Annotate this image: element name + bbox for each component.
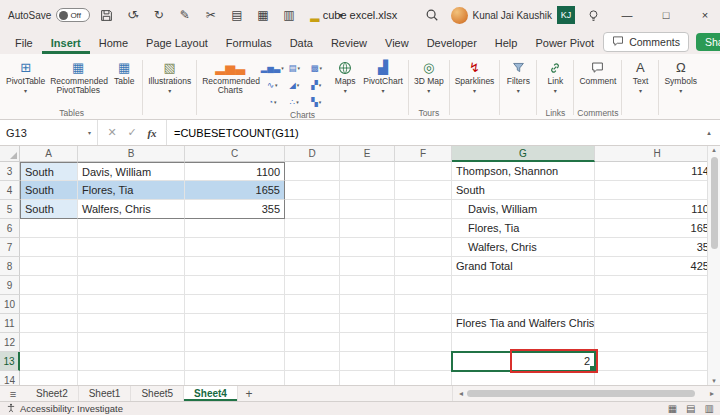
cell-F10[interactable]: [395, 295, 452, 314]
select-all-corner[interactable]: [0, 146, 20, 162]
cell-G13[interactable]: 2: [452, 352, 595, 371]
row-header-14[interactable]: 14: [0, 371, 20, 385]
pivotchart-button[interactable]: ▟PivotChart▾: [361, 56, 405, 94]
cell-B14[interactable]: [78, 371, 185, 385]
row-header-10[interactable]: 10: [0, 295, 20, 314]
cell-D9[interactable]: [285, 276, 340, 295]
cell-A8[interactable]: [20, 257, 78, 276]
ribbon-tab-developer[interactable]: Developer: [418, 33, 486, 54]
cell-D11[interactable]: [285, 314, 340, 333]
cell-C14[interactable]: [185, 371, 285, 385]
ribbon-tab-insert[interactable]: Insert: [42, 33, 90, 54]
scroll-left-icon[interactable]: ◂: [455, 389, 467, 398]
cell-C6[interactable]: [185, 219, 285, 238]
cell-B6[interactable]: [78, 219, 185, 238]
customize-qat-icon[interactable]: ▾: [331, 4, 350, 26]
combo-chart-button[interactable]: ▚▾: [305, 93, 327, 110]
column-header-H[interactable]: H: [595, 146, 720, 162]
histogram-chart-button[interactable]: ▞▾: [305, 76, 327, 93]
share-button[interactable]: Share ▾: [696, 33, 720, 51]
formula-input[interactable]: =CUBESETCOUNT(G11): [167, 120, 698, 145]
cell-A7[interactable]: [20, 238, 78, 257]
cell-H8[interactable]: 4250: [595, 257, 720, 276]
ribbon-tab-help[interactable]: Help: [486, 33, 527, 54]
row-header-7[interactable]: 7: [0, 238, 20, 257]
cell-C4[interactable]: 1655: [185, 181, 285, 200]
save-icon[interactable]: [97, 4, 116, 26]
cell-E6[interactable]: [340, 219, 395, 238]
cell-B5[interactable]: Walfers, Chris: [78, 200, 185, 219]
3d-map-button[interactable]: ◎3D Map▾: [412, 56, 446, 94]
cell-D4[interactable]: [285, 181, 340, 200]
comments-button[interactable]: Comments: [603, 32, 689, 52]
autosave-toggle[interactable]: AutoSave Off: [8, 8, 90, 22]
sheet-tab-sheet1[interactable]: Sheet1: [79, 386, 132, 401]
scroll-right-icon[interactable]: ▸: [706, 389, 718, 398]
horizontal-scroll-thumb[interactable]: [467, 390, 695, 397]
line-chart-button[interactable]: ∿▾: [261, 76, 283, 93]
pivottable-button[interactable]: ⊞PivotTable▾: [4, 56, 47, 94]
cell-C7[interactable]: [185, 238, 285, 257]
sheet-tab-sheet5[interactable]: Sheet5: [131, 386, 184, 401]
cell-E7[interactable]: [340, 238, 395, 257]
highlighter-icon[interactable]: ▂: [305, 4, 324, 26]
cell-A11[interactable]: [20, 314, 78, 333]
row-header-11[interactable]: 11: [0, 314, 20, 333]
redo-icon[interactable]: ↻: [149, 4, 168, 26]
cell-B13[interactable]: [78, 352, 185, 371]
sheet-tab-sheet4[interactable]: Sheet4: [184, 386, 238, 401]
cell-F3[interactable]: [395, 162, 452, 181]
chart-icon[interactable]: ▥: [279, 4, 298, 26]
cell-G14[interactable]: [452, 371, 595, 385]
cell-E10[interactable]: [340, 295, 395, 314]
cell-H3[interactable]: 1140: [595, 162, 720, 181]
cell-D3[interactable]: [285, 162, 340, 181]
symbols-button[interactable]: ΩSymbols▾: [662, 56, 699, 94]
cell-B7[interactable]: [78, 238, 185, 257]
pie-chart-button[interactable]: ◔▾: [261, 93, 283, 110]
sparklines-button[interactable]: ↯Sparklines▾: [453, 56, 497, 94]
cell-A10[interactable]: [20, 295, 78, 314]
row-header-6[interactable]: 6: [0, 219, 20, 238]
row-header-13[interactable]: 13: [0, 352, 20, 371]
undo-icon[interactable]: ↺▾: [123, 4, 142, 26]
ribbon-tab-home[interactable]: Home: [90, 33, 137, 54]
cell-D5[interactable]: [285, 200, 340, 219]
cell-F11[interactable]: [395, 314, 452, 333]
cell-G4[interactable]: South: [452, 181, 595, 200]
row-header-12[interactable]: 12: [0, 333, 20, 352]
close-button[interactable]: ×: [690, 0, 720, 30]
cell-H11[interactable]: [595, 314, 720, 333]
new-sheet-button[interactable]: +: [238, 386, 260, 401]
all-sheets-icon[interactable]: ≡: [0, 386, 26, 401]
ribbon-tab-file[interactable]: File: [6, 33, 42, 54]
cell-F8[interactable]: [395, 257, 452, 276]
cell-D8[interactable]: [285, 257, 340, 276]
maps-button[interactable]: Maps▾: [330, 56, 360, 94]
vertical-scroll-thumb[interactable]: [711, 157, 718, 249]
cell-G9[interactable]: [452, 276, 595, 295]
autosave-switch[interactable]: Off: [56, 8, 90, 22]
recommended-pivottables-button[interactable]: ▦Recommended PivotTables: [48, 56, 108, 96]
maximize-button[interactable]: □: [651, 0, 681, 30]
column-header-G[interactable]: G: [452, 146, 595, 162]
clipboard-icon[interactable]: ▤: [227, 4, 246, 26]
cell-A6[interactable]: [20, 219, 78, 238]
paintbrush-icon[interactable]: ✎: [175, 4, 194, 26]
cell-F9[interactable]: [395, 276, 452, 295]
cell-F7[interactable]: [395, 238, 452, 257]
ribbon-tab-data[interactable]: Data: [281, 33, 322, 54]
accessibility-status[interactable]: Accessibility: Investigate: [20, 403, 123, 414]
cell-B10[interactable]: [78, 295, 185, 314]
ribbon-tab-view[interactable]: View: [376, 33, 418, 54]
cell-E3[interactable]: [340, 162, 395, 181]
map-chart-button[interactable]: ▩▾: [305, 59, 327, 76]
chevron-down-icon[interactable]: ▾: [88, 129, 91, 136]
cell-H5[interactable]: 1100: [595, 200, 720, 219]
column-chart-button[interactable]: ▂▅▃▾: [261, 59, 283, 76]
cell-C13[interactable]: [185, 352, 285, 371]
search-icon[interactable]: [423, 4, 442, 26]
cell-H13[interactable]: [595, 352, 720, 371]
area-chart-button[interactable]: ◢▾: [283, 76, 305, 93]
page-layout-view-icon[interactable]: ▤: [686, 403, 695, 414]
